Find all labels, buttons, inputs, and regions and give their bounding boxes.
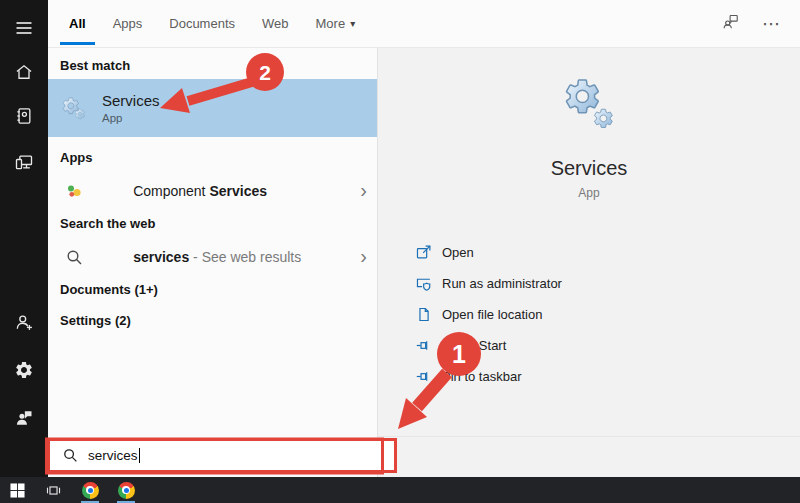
pin-to-taskbar-icon [415, 368, 432, 385]
open-file-location-icon [415, 306, 432, 323]
result-preview-panel: Services App Open Run as administrator [377, 47, 800, 477]
task-view-icon [45, 482, 62, 499]
search-input[interactable]: services [47, 438, 397, 473]
best-match-header: Best match [48, 47, 377, 76]
preview-subtitle: App [578, 186, 599, 200]
item-match-text: Services [209, 183, 267, 199]
search-input-value: services [88, 448, 138, 463]
search-filter-tabs: All Apps Documents Web More ▾ ⋯ [48, 0, 800, 48]
journal-icon[interactable] [0, 96, 48, 136]
account-icon[interactable] [0, 302, 48, 342]
devices-icon[interactable] [0, 142, 48, 182]
action-open[interactable]: Open [415, 244, 800, 260]
taskbar-chrome-2[interactable] [108, 477, 144, 503]
tab-apps[interactable]: Apps [113, 0, 143, 47]
open-icon [415, 244, 432, 261]
taskbar [0, 477, 800, 503]
best-match-result-services[interactable]: Services App [48, 79, 377, 137]
search-results-list: Best match Services App Apps [48, 47, 377, 437]
action-run-as-administrator[interactable]: Run as administrator [415, 275, 800, 291]
search-bar-area: services [48, 437, 377, 477]
preview-title: Services [551, 157, 628, 180]
tab-documents[interactable]: Documents [169, 0, 235, 47]
action-label: Open [442, 245, 474, 260]
item-dim-text: - See web results [189, 249, 301, 265]
task-view-button[interactable] [34, 477, 72, 503]
run-as-administrator-icon [415, 275, 432, 292]
action-pin-to-taskbar[interactable]: Pin to taskbar [415, 368, 800, 384]
services-app-icon [60, 94, 88, 122]
chevron-right-icon[interactable]: › [360, 246, 367, 268]
web-section-header: Search the web [48, 216, 377, 234]
result-web-search[interactable]: services - See web results › [48, 242, 377, 272]
taskbar-chrome-1[interactable] [72, 477, 108, 503]
chevron-right-icon[interactable]: › [360, 180, 367, 202]
chrome-icon [118, 482, 135, 499]
chevron-down-icon: ▾ [350, 18, 355, 29]
start-sidebar [0, 0, 48, 477]
result-subtitle: App [102, 112, 160, 124]
divider [378, 436, 800, 437]
tab-all[interactable]: All [69, 0, 86, 47]
item-match-text: services [133, 249, 189, 265]
hamburger-menu-icon[interactable] [0, 8, 48, 48]
item-text: Component [133, 183, 209, 199]
action-open-file-location[interactable]: Open file location [415, 306, 800, 322]
component-services-icon [60, 182, 88, 200]
pin-to-start-icon [415, 337, 432, 354]
start-button[interactable] [0, 477, 34, 503]
action-label: Run as administrator [442, 276, 562, 291]
home-icon[interactable] [0, 52, 48, 92]
windows-logo-icon [10, 483, 25, 498]
more-options-icon[interactable]: ⋯ [762, 15, 780, 33]
text-caret [139, 448, 141, 463]
result-component-services[interactable]: Component Services › [48, 176, 377, 206]
apps-section-header: Apps [48, 150, 377, 168]
documents-section-header[interactable]: Documents (1+) [48, 282, 377, 300]
services-app-icon-large [558, 75, 620, 131]
result-title: Services [102, 92, 160, 109]
settings-section-header[interactable]: Settings (2) [48, 313, 377, 331]
settings-gear-icon[interactable] [0, 350, 48, 390]
action-label: Pin to taskbar [442, 369, 522, 384]
search-icon [60, 249, 88, 266]
tab-more[interactable]: More ▾ [316, 0, 356, 47]
chrome-icon [82, 482, 99, 499]
windows-search-flyout: All Apps Documents Web More ▾ ⋯ Best mat… [0, 0, 800, 503]
feedback-icon[interactable] [0, 398, 48, 438]
action-pin-to-start[interactable]: Pin to Start [415, 337, 800, 353]
search-icon [63, 448, 78, 463]
context-actions: Open Run as administrator Open file loca… [415, 244, 800, 384]
action-label: Open file location [442, 307, 542, 322]
feedback-chat-icon[interactable] [721, 12, 740, 35]
action-label: Pin to Start [442, 338, 506, 353]
tab-web[interactable]: Web [262, 0, 289, 47]
